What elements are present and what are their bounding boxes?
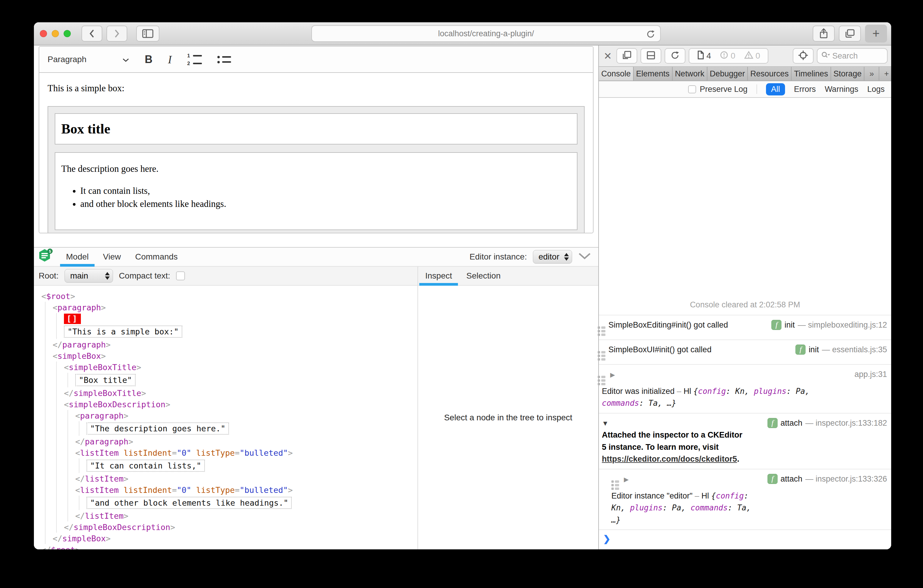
list-item[interactable]: and other block elements like headings. xyxy=(80,199,571,209)
collapse-inspector-button[interactable] xyxy=(578,252,591,261)
tree-line[interactable]: <listItem listIndent="0" listType="bulle… xyxy=(34,484,417,496)
tab-network[interactable]: Network xyxy=(673,67,708,80)
tab-inspect[interactable]: Inspect xyxy=(418,267,459,285)
tab-overview-button[interactable] xyxy=(839,26,861,42)
reload-icon[interactable] xyxy=(646,30,655,41)
tab-view[interactable]: View xyxy=(96,248,128,266)
safari-window: localhost/creating-a-plugin/ xyxy=(34,22,891,549)
share-button[interactable] xyxy=(813,26,835,42)
address-bar[interactable]: localhost/creating-a-plugin/ xyxy=(311,25,661,42)
tab-commands[interactable]: Commands xyxy=(128,248,185,266)
bulleted-list-button[interactable] xyxy=(217,56,231,63)
tree-line[interactable]: "Box title" xyxy=(34,373,417,388)
root-select[interactable]: main xyxy=(64,269,113,283)
chevron-down-icon xyxy=(122,55,129,64)
forward-button[interactable] xyxy=(107,26,127,42)
simple-box-title[interactable]: Box title xyxy=(55,113,578,145)
error-circle-icon xyxy=(720,51,728,61)
heading-dropdown-label: Paragraph xyxy=(48,55,87,64)
tab-elements[interactable]: Elements xyxy=(634,67,673,80)
console-row[interactable]: ▼Attached the inspector to a CKEditor 5 … xyxy=(599,413,891,469)
tree-line[interactable]: "and other block elements like headings.… xyxy=(34,496,417,510)
tree-line[interactable]: </listItem> xyxy=(34,473,417,484)
console-row[interactable]: ▶Editor was initialized – Hl {config: Kn… xyxy=(599,364,891,413)
tree-line[interactable]: </paragraph> xyxy=(34,339,417,350)
console-prompt[interactable]: ❯ xyxy=(599,529,891,545)
more-tabs-button[interactable]: » xyxy=(864,67,879,80)
filter-warnings[interactable]: Warnings xyxy=(824,85,858,94)
tree-line[interactable]: <$root> xyxy=(34,291,417,302)
resource-stats[interactable]: 4 0 xyxy=(689,48,769,64)
compact-text-checkbox[interactable] xyxy=(176,271,185,280)
back-button[interactable] xyxy=(82,26,102,42)
add-tab-button[interactable]: + xyxy=(879,67,891,80)
tree-line[interactable]: <simpleBox> xyxy=(34,350,417,361)
select-arrows-icon xyxy=(564,253,569,261)
console-cleared-message: Console cleared at 2:02:58 PM xyxy=(599,297,891,315)
close-window-button[interactable] xyxy=(40,30,47,37)
source-location-link[interactable]: — inspector.js:133:182 xyxy=(805,417,887,429)
tree-line[interactable]: </simpleBoxDescription> xyxy=(34,521,417,533)
disclosure-triangle-icon[interactable]: ▶ xyxy=(624,476,629,483)
disclosure-triangle-icon[interactable]: ▼ xyxy=(602,419,609,427)
simple-box-description[interactable]: The description goes here. It can contai… xyxy=(55,152,578,230)
tree-line[interactable]: <paragraph> xyxy=(34,410,417,421)
console-link[interactable]: https://ckeditor.com/docs/ckeditor5 xyxy=(602,455,737,463)
intro-paragraph[interactable]: This is a simple box: xyxy=(48,83,585,94)
tree-line[interactable]: </simpleBox> xyxy=(34,533,417,544)
element-picker-button[interactable] xyxy=(793,48,814,64)
source-location-link[interactable]: app.js:31 xyxy=(854,368,887,381)
new-tab-button[interactable]: + xyxy=(865,25,887,43)
tree-line[interactable]: <listItem listIndent="0" listType="bulle… xyxy=(34,447,417,458)
simple-box-widget[interactable]: Box title The description goes here. It … xyxy=(48,106,585,233)
preserve-log-control[interactable]: Preserve Log xyxy=(688,85,747,94)
filter-logs[interactable]: Logs xyxy=(867,85,885,94)
tab-console[interactable]: Console xyxy=(599,67,634,80)
tab-resources[interactable]: Resources xyxy=(748,67,792,80)
tree-line[interactable]: </simpleBoxTitle> xyxy=(34,388,417,399)
italic-button[interactable]: I xyxy=(168,53,172,66)
console-row[interactable]: SimpleBoxEditing#init() got calledfinit—… xyxy=(599,315,891,340)
tree-line[interactable]: <simpleBoxTitle> xyxy=(34,361,417,373)
reload-page-button[interactable] xyxy=(665,48,685,64)
filter-errors[interactable]: Errors xyxy=(794,85,816,94)
tab-storage[interactable]: Storage xyxy=(831,67,865,80)
tab-selection[interactable]: Selection xyxy=(459,267,507,285)
document-icon xyxy=(697,51,704,62)
tab-timelines[interactable]: Timelines xyxy=(792,67,831,80)
inspector-search-field[interactable]: Search xyxy=(817,48,888,64)
tree-line[interactable]: </listItem> xyxy=(34,510,417,521)
detach-button[interactable] xyxy=(616,48,637,64)
tree-line[interactable]: "This is a simple box:" xyxy=(34,324,417,339)
numbered-list-button[interactable]: 1 2 xyxy=(187,53,202,66)
ckeditor-editable[interactable]: This is a simple box: Box title The desc… xyxy=(39,73,593,233)
close-inspector-button[interactable]: ✕ xyxy=(603,50,613,62)
editor-instance-select[interactable]: editor xyxy=(533,250,572,264)
source-location-link[interactable]: — inspector.js:133:326 xyxy=(805,473,887,485)
description-paragraph[interactable]: The description goes here. xyxy=(61,164,571,174)
source-location-link[interactable]: — essentials.js:35 xyxy=(822,344,887,356)
tree-line[interactable]: "The description goes here." xyxy=(34,421,417,436)
tab-debugger[interactable]: Debugger xyxy=(708,67,748,80)
heading-dropdown[interactable]: Paragraph xyxy=(48,55,129,64)
filter-all[interactable]: All xyxy=(766,83,785,95)
minimize-window-button[interactable] xyxy=(52,30,59,37)
tree-line[interactable]: [] xyxy=(34,313,417,324)
tree-line[interactable]: <paragraph> xyxy=(34,302,417,313)
bold-button[interactable]: B xyxy=(145,53,153,66)
source-location-link[interactable]: — simpleboxediting.js:12 xyxy=(798,319,887,331)
preserve-log-checkbox[interactable] xyxy=(688,85,696,94)
tab-model[interactable]: Model xyxy=(59,248,96,266)
tree-line[interactable]: </$root> xyxy=(34,544,417,549)
zoom-window-button[interactable] xyxy=(64,30,71,37)
disclosure-triangle-icon[interactable]: ▶ xyxy=(610,371,615,378)
tree-line[interactable]: </paragraph> xyxy=(34,436,417,447)
sidebar-button[interactable] xyxy=(136,26,159,42)
tree-line[interactable]: <simpleBoxDescription> xyxy=(34,399,417,410)
list-item[interactable]: It can contain lists, xyxy=(80,186,571,196)
console-row[interactable]: ▶Editor instance "editor" – Hl {config: … xyxy=(599,469,891,530)
tree-line[interactable]: "It can contain lists," xyxy=(34,458,417,473)
console-row[interactable]: SimpleBoxUI#init() got calledfinit— esse… xyxy=(599,340,891,364)
description-list: It can contain lists, and other block el… xyxy=(61,186,571,209)
dock-button[interactable] xyxy=(641,48,661,64)
